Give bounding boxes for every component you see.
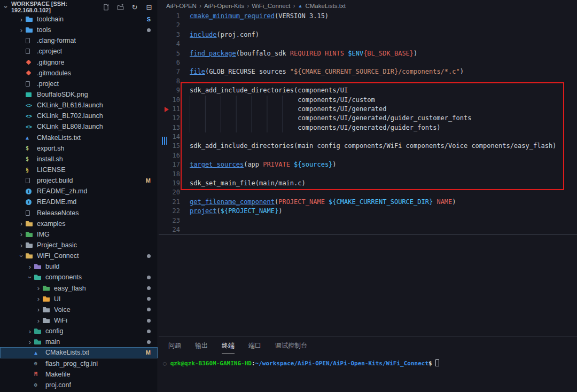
tree-item-ui[interactable]: ›UI — [0, 294, 158, 304]
tree-item-wifi[interactable]: ›WiFi — [0, 315, 158, 326]
code-line-9[interactable]: 9sdk_add_include_directories(components/… — [159, 86, 577, 95]
explorer-section-header[interactable]: › WORKSPACE [SSH: 192.168.0.102] ↻ ⊟ — [0, 0, 158, 14]
tree-item-license[interactable]: §LICENSE — [0, 164, 158, 175]
code-line-2[interactable]: 2 — [159, 21, 577, 30]
line-number: 23 — [159, 216, 180, 225]
cmake-icon: ▲ — [34, 350, 43, 356]
tree-item-bouffalosdk-png[interactable]: BouffaloSDK.png — [0, 89, 158, 100]
breadcrumb-item-wifi-connect[interactable]: WiFi_Connect — [252, 3, 290, 9]
breadcrumb-item-aipi-open[interactable]: AiPi-OPEN — [166, 3, 197, 9]
code-line-11[interactable]: 11components/UI/generated — [159, 105, 577, 114]
tree-item-releasenotes[interactable]: ReleaseNotes — [0, 208, 158, 218]
tree-item-build[interactable]: ›build — [0, 261, 158, 272]
modified-dot-badge — [147, 330, 151, 333]
terminal[interactable]: ○qzk@qzk-B360M-GAMING-HD:~/workspace/AiP… — [159, 354, 577, 367]
code-line-13[interactable]: 13components/UI/generated/guider_fonts) — [159, 123, 577, 132]
tree-item-export-sh[interactable]: $export.sh — [0, 143, 158, 154]
tree-item-cklink-bl616-launch[interactable]: <>CKLink_BL616.launch — [0, 100, 158, 111]
readme-icon: i — [26, 189, 35, 194]
panel-tab-0[interactable]: 问题 — [168, 337, 181, 354]
terminal-cursor[interactable] — [435, 359, 439, 366]
tree-item-label: BouffaloSDK.png — [37, 91, 88, 98]
panel-tab-3[interactable]: 端口 — [248, 337, 261, 354]
code-line-14[interactable]: 14 — [159, 132, 577, 142]
tree-item-label: easy_flash — [54, 285, 86, 292]
tree-item-gitignore[interactable]: .gitignore — [0, 57, 158, 68]
gear-icon: ⚙ — [34, 382, 43, 388]
folder-icon — [34, 339, 43, 344]
breadcrumb-item-cmakelists-txt[interactable]: CMakeLists.txt — [305, 3, 345, 9]
image-icon — [26, 92, 35, 97]
panel-tab-4[interactable]: 调试控制台 — [275, 337, 307, 354]
breadcrumb-item-aipi-open-kits[interactable]: AiPi-Open-Kits — [204, 3, 244, 9]
tree-item-project-build[interactable]: project.buildM — [0, 175, 158, 186]
code-editor[interactable]: 1cmake_minimum_required(VERSION 3.15)23i… — [159, 12, 577, 336]
tree-item-label: examples — [37, 220, 66, 228]
terminal-prompt-segment: qzk@qzk-B360M-GAMING-HD — [170, 360, 252, 367]
tree-item-install-sh[interactable]: $install.sh — [0, 154, 158, 164]
tree-item-gitmodules[interactable]: .gitmodules — [0, 68, 158, 79]
tree-item-easy-flash[interactable]: ›easy_flash — [0, 283, 158, 294]
code-line-21[interactable]: 21get_filename_component(PROJECT_NAME ${… — [159, 198, 577, 207]
tree-item-cklink-bl702-launch[interactable]: <>CKLink_BL702.launch — [0, 111, 158, 121]
code-line-19[interactable]: 19sdk_set_main_file(main/main.c) — [159, 179, 577, 188]
tree-item-label: project.build — [37, 177, 73, 184]
tree-item-project[interactable]: .project — [0, 79, 158, 89]
tree-item-proj-conf[interactable]: ⚙proj.conf — [0, 380, 158, 390]
collapse-all-icon[interactable]: ⊟ — [145, 3, 153, 11]
code-line-20[interactable]: 20 — [159, 188, 577, 197]
tree-item-label: proj.conf — [45, 381, 71, 389]
refresh-icon[interactable]: ↻ — [130, 3, 139, 11]
code-line-7[interactable]: 7file(GLOB_RECURSE sources "${CMAKE_CURR… — [159, 67, 577, 76]
panel-tab-2[interactable]: 终端 — [222, 337, 235, 354]
tree-item-label: Project_basic — [37, 241, 77, 249]
code-line-4[interactable]: 4 — [159, 40, 577, 49]
tree-item-examples[interactable]: ›examples — [0, 218, 158, 229]
code-line-24[interactable]: 24 — [159, 225, 577, 234]
code-line-8[interactable]: 8 — [159, 77, 577, 86]
tree-item-main[interactable]: ›main — [0, 336, 158, 347]
code-line-18[interactable]: 18 — [159, 170, 577, 179]
code-line-15[interactable]: 15sdk_add_include_directories(main confi… — [159, 142, 577, 151]
tree-item-tools[interactable]: ›tools — [0, 25, 158, 35]
tree-item-label: toolchain — [37, 15, 64, 23]
code-line-5[interactable]: 5find_package(bouffalo_sdk REQUIRED HINT… — [159, 49, 577, 58]
tree-item-cmakelists-txt[interactable]: ▲CMakeLists.txt — [0, 132, 158, 143]
tree-item-cmakelists-txt[interactable]: ▲CMakeLists.txtM — [0, 347, 158, 358]
tree-item-cproject[interactable]: .cproject — [0, 46, 158, 57]
tree-item-config[interactable]: ›config — [0, 326, 158, 336]
code-line-3[interactable]: 3include(proj.conf) — [159, 30, 577, 40]
code-line-17[interactable]: 17target_sources(app PRIVATE ${sources}) — [159, 160, 577, 169]
tree-item-voice[interactable]: ›Voice — [0, 304, 158, 315]
tree-item-readme-zh-md[interactable]: iREADME_zh.md — [0, 186, 158, 197]
tree-item-makefile[interactable]: MMakefile — [0, 369, 158, 380]
new-folder-icon[interactable] — [116, 3, 124, 11]
line-number: 9 — [159, 86, 180, 95]
tree-item-label: CKLink_BL702.launch — [37, 112, 103, 120]
tree-item-img[interactable]: ›IMG — [0, 229, 158, 240]
tree-item-label: .project — [37, 80, 59, 88]
panel-tab-1[interactable]: 输出 — [195, 337, 208, 354]
tree-item-wifi-connect[interactable]: ›WiFi_Connect — [0, 250, 158, 261]
tree-item-components[interactable]: ›components — [0, 272, 158, 283]
tree-item-clang-format[interactable]: .clang-format — [0, 35, 158, 46]
tree-item-readme-md[interactable]: iREADME.md — [0, 197, 158, 207]
tree-item-toolchain[interactable]: ›toolchainS — [0, 14, 158, 25]
code-line-10[interactable]: 10components/UI/custom — [159, 96, 577, 105]
tree-item-label: CMakeLists.txt — [37, 134, 81, 142]
chevron-right-icon: › — [26, 338, 34, 346]
code-line-22[interactable]: 22project(${PROJECT_NAME}) — [159, 207, 577, 216]
tree-item-label: .cproject — [37, 48, 62, 55]
tree-item-flash-prog-cfg-ini[interactable]: ⚙flash_prog_cfg.ini — [0, 358, 158, 369]
tree-item-cklink-bl808-launch[interactable]: <>CKLink_BL808.launch — [0, 121, 158, 132]
folder-icon — [34, 328, 43, 334]
code-line-1[interactable]: 1cmake_minimum_required(VERSION 3.15) — [159, 12, 577, 21]
modified-dot-badge — [147, 254, 151, 258]
code-line-23[interactable]: 23 — [159, 216, 577, 225]
tree-item-project-basic[interactable]: ›Project_basic — [0, 240, 158, 250]
line-number: 22 — [159, 207, 180, 216]
code-line-16[interactable]: 16 — [159, 151, 577, 160]
code-line-6[interactable]: 6 — [159, 58, 577, 67]
code-line-12[interactable]: 12components/UI/generated/guider_custome… — [159, 114, 577, 123]
new-file-icon[interactable] — [102, 3, 110, 11]
